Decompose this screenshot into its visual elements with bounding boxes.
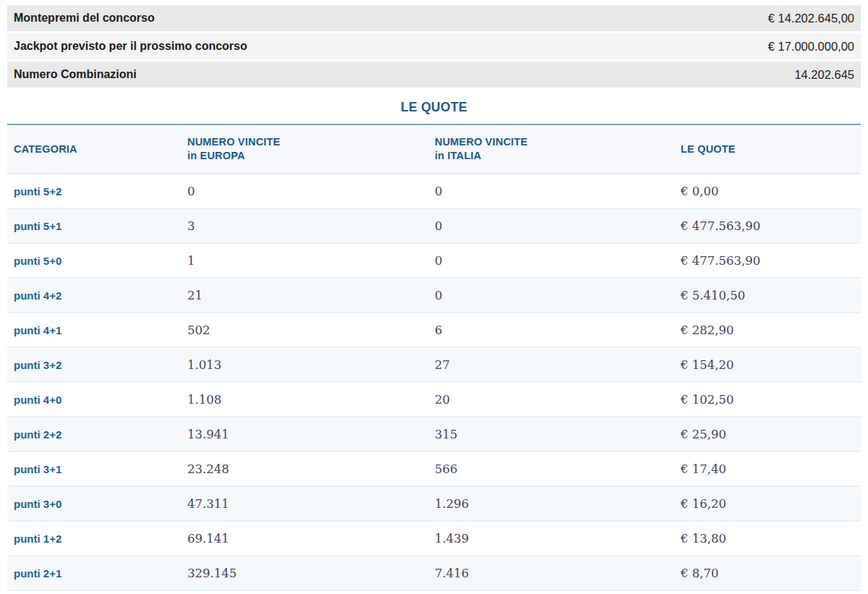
quotes-table: CATEGORIA NUMERO VINCITE in EUROPA NUMER… [7,124,861,591]
categoria-cell: punti 1+2 [7,533,181,545]
quotes-table-body: punti 5+2 0 0 € 0,00 punti 5+1 3 0 € 477… [7,174,861,591]
vincite-europa-cell: 3 [181,219,428,233]
table-row: punti 3+0 47.311 1.296 € 16,20 [7,487,861,522]
vincite-europa-cell: 0 [181,184,428,198]
column-header-vincite-italia: NUMERO VINCITE in ITALIA [428,125,674,173]
summary-label: Numero Combinazioni [14,68,137,81]
quota-cell: € 8,70 [674,567,861,580]
column-header-le-quote: LE QUOTE [674,125,861,173]
vincite-europa-cell: 1.013 [181,358,428,372]
categoria-cell: punti 4+2 [7,289,181,302]
column-header-categoria: CATEGORIA [7,125,181,173]
quota-cell: € 477.563,90 [674,219,861,233]
summary-label: Jackpot previsto per il prossimo concors… [14,40,247,53]
categoria-cell: punti 2+2 [7,428,181,441]
quotes-table-header: CATEGORIA NUMERO VINCITE in EUROPA NUMER… [7,125,861,174]
summary-value: 14.202.645 [794,68,854,82]
quota-cell: € 102,50 [674,393,861,407]
vincite-europa-cell: 47.311 [181,497,428,511]
quota-cell: € 5.410,50 [674,289,861,302]
table-row: punti 4+2 21 0 € 5.410,50 [7,279,861,313]
table-row: punti 1+2 69.141 1.439 € 13,80 [7,522,861,556]
categoria-cell: punti 5+0 [7,255,181,267]
quota-cell: € 282,90 [674,323,861,337]
categoria-cell: punti 4+1 [7,324,181,336]
quota-cell: € 25,90 [674,428,861,441]
quota-cell: € 13,80 [674,532,861,546]
categoria-cell: punti 5+1 [7,220,181,232]
summary-row: Jackpot previsto per il prossimo concors… [7,33,861,59]
column-header-line: in EUROPA [187,149,428,163]
quotes-section-title: LE QUOTE [7,100,861,115]
quota-cell: € 154,20 [674,358,861,372]
categoria-cell: punti 3+1 [7,463,181,475]
vincite-italia-cell: 0 [428,219,674,233]
column-header-line: CATEGORIA [14,143,181,156]
categoria-cell: punti 3+2 [7,359,181,371]
quota-cell: € 17,40 [674,462,861,476]
quota-cell: € 0,00 [674,184,861,198]
vincite-italia-cell: 0 [428,184,674,198]
vincite-europa-cell: 1 [181,254,428,268]
vincite-italia-cell: 6 [428,323,674,337]
vincite-italia-cell: 27 [428,358,674,372]
summary-row: Numero Combinazioni 14.202.645 [7,61,861,88]
column-header-line: NUMERO VINCITE [435,135,674,149]
column-header-line: in ITALIA [435,149,674,163]
table-row: punti 4+1 502 6 € 282,90 [7,313,861,348]
column-header-vincite-europa: NUMERO VINCITE in EUROPA [181,125,428,173]
table-row: punti 2+1 329.145 7.416 € 8,70 [7,556,861,591]
vincite-europa-cell: 1.108 [181,393,428,407]
summary-value: € 17.000.000,00 [768,40,854,54]
table-row: punti 2+2 13.941 315 € 25,90 [7,417,861,452]
summary-section: Montepremi del concorso € 14.202.645,00 … [7,5,861,88]
summary-row: Montepremi del concorso € 14.202.645,00 [7,5,861,31]
vincite-europa-cell: 21 [181,289,428,302]
categoria-cell: punti 2+1 [7,567,181,580]
vincite-europa-cell: 69.141 [181,532,428,546]
vincite-europa-cell: 23.248 [181,462,428,476]
table-row: punti 4+0 1.108 20 € 102,50 [7,383,861,417]
vincite-italia-cell: 7.416 [428,567,674,580]
vincite-italia-cell: 0 [428,289,674,302]
quota-cell: € 477.563,90 [674,254,861,268]
quota-cell: € 16,20 [674,497,861,511]
table-row: punti 3+1 23.248 566 € 17,40 [7,452,861,487]
table-row: punti 5+2 0 0 € 0,00 [7,174,861,209]
vincite-europa-cell: 13.941 [181,428,428,441]
categoria-cell: punti 4+0 [7,394,181,406]
table-row: punti 3+2 1.013 27 € 154,20 [7,348,861,383]
eurojackpot-results-page: Montepremi del concorso € 14.202.645,00 … [0,0,868,591]
table-row: punti 5+0 1 0 € 477.563,90 [7,244,861,279]
vincite-europa-cell: 502 [181,323,428,337]
summary-value: € 14.202.645,00 [768,12,854,25]
column-header-line: NUMERO VINCITE [187,135,428,149]
categoria-cell: punti 5+2 [7,185,181,198]
summary-label: Montepremi del concorso [14,12,155,25]
vincite-italia-cell: 20 [428,393,674,407]
vincite-italia-cell: 566 [428,462,674,476]
vincite-italia-cell: 1.439 [428,532,674,546]
vincite-italia-cell: 0 [428,254,674,268]
vincite-italia-cell: 1.296 [428,497,674,511]
vincite-italia-cell: 315 [428,428,674,441]
vincite-europa-cell: 329.145 [181,567,428,580]
categoria-cell: punti 3+0 [7,498,181,510]
column-header-line: LE QUOTE [681,143,861,156]
table-row: punti 5+1 3 0 € 477.563,90 [7,209,861,244]
